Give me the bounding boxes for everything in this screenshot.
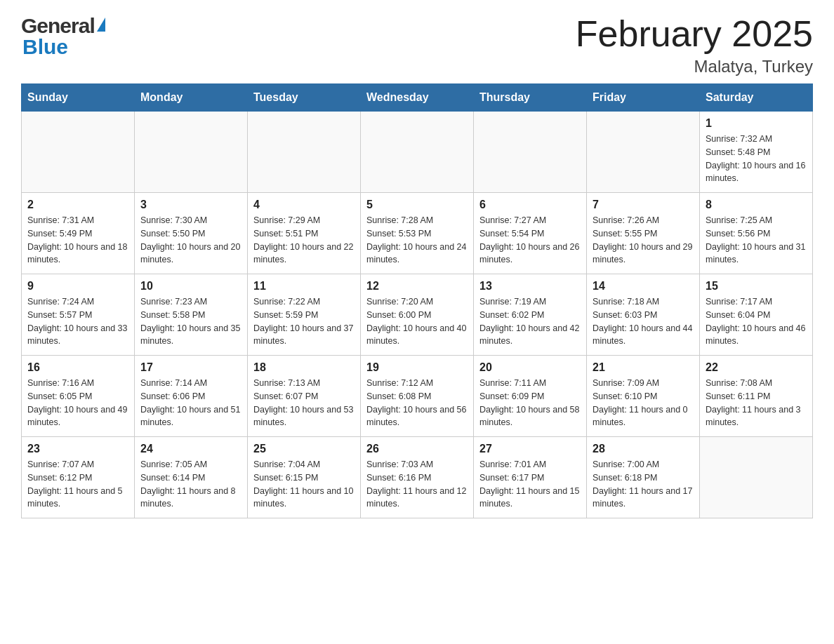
calendar-cell: 25Sunrise: 7:04 AMSunset: 6:15 PMDayligh… [248,437,361,518]
day-info: Sunrise: 7:29 AMSunset: 5:51 PMDaylight:… [253,214,355,267]
page-subtitle: Malatya, Turkey [576,57,813,76]
day-number: 16 [27,361,128,374]
calendar-cell: 2Sunrise: 7:31 AMSunset: 5:49 PMDaylight… [22,193,135,274]
calendar-cell: 24Sunrise: 7:05 AMSunset: 6:14 PMDayligh… [135,437,248,518]
day-info: Sunrise: 7:26 AMSunset: 5:55 PMDaylight:… [593,214,694,267]
day-number: 14 [593,280,694,293]
calendar-week-row: 23Sunrise: 7:07 AMSunset: 6:12 PMDayligh… [22,437,813,518]
day-info: Sunrise: 7:32 AMSunset: 5:48 PMDaylight:… [706,133,807,185]
day-number: 10 [140,280,241,293]
day-number: 3 [140,199,241,211]
day-number: 21 [593,361,694,374]
calendar-cell [700,437,813,518]
day-number: 11 [253,280,355,293]
day-number: 19 [366,361,468,374]
calendar-cell: 26Sunrise: 7:03 AMSunset: 6:16 PMDayligh… [361,437,474,518]
weekday-header-wednesday: Wednesday [361,84,474,112]
day-info: Sunrise: 7:05 AMSunset: 6:14 PMDaylight:… [140,458,241,511]
page-title: February 2025 [576,14,813,54]
day-number: 27 [479,443,581,455]
calendar-cell [587,112,700,193]
weekday-header-friday: Friday [587,84,700,112]
day-info: Sunrise: 7:14 AMSunset: 6:06 PMDaylight:… [140,377,241,429]
day-info: Sunrise: 7:17 AMSunset: 6:04 PMDaylight:… [706,295,807,348]
day-number: 26 [366,443,468,455]
calendar-week-row: 2Sunrise: 7:31 AMSunset: 5:49 PMDaylight… [22,193,813,274]
weekday-header-sunday: Sunday [22,84,135,112]
day-info: Sunrise: 7:30 AMSunset: 5:50 PMDaylight:… [140,214,241,267]
calendar-week-row: 1Sunrise: 7:32 AMSunset: 5:48 PMDaylight… [22,112,813,193]
calendar-cell: 22Sunrise: 7:08 AMSunset: 6:11 PMDayligh… [700,356,813,437]
calendar-cell: 20Sunrise: 7:11 AMSunset: 6:09 PMDayligh… [474,356,587,437]
calendar-cell: 10Sunrise: 7:23 AMSunset: 5:58 PMDayligh… [135,274,248,356]
day-number: 17 [140,361,241,374]
calendar-cell: 4Sunrise: 7:29 AMSunset: 5:51 PMDaylight… [248,193,361,274]
calendar-week-row: 16Sunrise: 7:16 AMSunset: 6:05 PMDayligh… [22,356,813,437]
day-number: 9 [27,280,128,293]
calendar-cell: 15Sunrise: 7:17 AMSunset: 6:04 PMDayligh… [700,274,813,356]
calendar-cell [361,112,474,193]
day-number: 8 [706,199,807,211]
calendar-cell [248,112,361,193]
day-number: 25 [253,443,355,455]
day-info: Sunrise: 7:22 AMSunset: 5:59 PMDaylight:… [253,295,355,348]
day-info: Sunrise: 7:18 AMSunset: 6:03 PMDaylight:… [593,295,694,348]
calendar-cell: 9Sunrise: 7:24 AMSunset: 5:57 PMDaylight… [22,274,135,356]
title-block: February 2025 Malatya, Turkey [576,14,813,76]
day-info: Sunrise: 7:31 AMSunset: 5:49 PMDaylight:… [27,214,128,267]
calendar-week-row: 9Sunrise: 7:24 AMSunset: 5:57 PMDaylight… [22,274,813,356]
day-info: Sunrise: 7:08 AMSunset: 6:11 PMDaylight:… [706,377,807,429]
day-number: 1 [706,117,807,130]
day-number: 20 [479,361,581,374]
calendar-cell: 5Sunrise: 7:28 AMSunset: 5:53 PMDaylight… [361,193,474,274]
weekday-header-saturday: Saturday [700,84,813,112]
weekday-header-tuesday: Tuesday [248,84,361,112]
calendar-cell [135,112,248,193]
day-info: Sunrise: 7:04 AMSunset: 6:15 PMDaylight:… [253,458,355,511]
day-info: Sunrise: 7:00 AMSunset: 6:18 PMDaylight:… [593,458,694,511]
calendar-cell: 11Sunrise: 7:22 AMSunset: 5:59 PMDayligh… [248,274,361,356]
calendar-table: SundayMondayTuesdayWednesdayThursdayFrid… [21,83,813,518]
logo-blue-text: Blue [21,35,68,59]
day-number: 6 [479,199,581,211]
day-info: Sunrise: 7:09 AMSunset: 6:10 PMDaylight:… [593,377,694,429]
day-info: Sunrise: 7:11 AMSunset: 6:09 PMDaylight:… [479,377,581,429]
day-info: Sunrise: 7:19 AMSunset: 6:02 PMDaylight:… [479,295,581,348]
day-number: 12 [366,280,468,293]
day-number: 4 [253,199,355,211]
calendar-cell: 6Sunrise: 7:27 AMSunset: 5:54 PMDaylight… [474,193,587,274]
page-header: General Blue February 2025 Malatya, Turk… [21,14,813,76]
day-info: Sunrise: 7:20 AMSunset: 6:00 PMDaylight:… [366,295,468,348]
calendar-cell: 19Sunrise: 7:12 AMSunset: 6:08 PMDayligh… [361,356,474,437]
logo-triangle-icon [97,18,105,32]
calendar-cell: 21Sunrise: 7:09 AMSunset: 6:10 PMDayligh… [587,356,700,437]
day-number: 22 [706,361,807,374]
day-number: 7 [593,199,694,211]
day-number: 13 [479,280,581,293]
calendar-cell: 16Sunrise: 7:16 AMSunset: 6:05 PMDayligh… [22,356,135,437]
calendar-cell: 28Sunrise: 7:00 AMSunset: 6:18 PMDayligh… [587,437,700,518]
calendar-cell [474,112,587,193]
calendar-cell: 8Sunrise: 7:25 AMSunset: 5:56 PMDaylight… [700,193,813,274]
weekday-header-monday: Monday [135,84,248,112]
day-number: 18 [253,361,355,374]
weekday-header-thursday: Thursday [474,84,587,112]
calendar-cell: 12Sunrise: 7:20 AMSunset: 6:00 PMDayligh… [361,274,474,356]
day-info: Sunrise: 7:24 AMSunset: 5:57 PMDaylight:… [27,295,128,348]
calendar-cell: 18Sunrise: 7:13 AMSunset: 6:07 PMDayligh… [248,356,361,437]
calendar-cell: 7Sunrise: 7:26 AMSunset: 5:55 PMDaylight… [587,193,700,274]
calendar-cell: 14Sunrise: 7:18 AMSunset: 6:03 PMDayligh… [587,274,700,356]
day-info: Sunrise: 7:28 AMSunset: 5:53 PMDaylight:… [366,214,468,267]
day-number: 2 [27,199,128,211]
calendar-cell: 17Sunrise: 7:14 AMSunset: 6:06 PMDayligh… [135,356,248,437]
day-info: Sunrise: 7:01 AMSunset: 6:17 PMDaylight:… [479,458,581,511]
day-number: 5 [366,199,468,211]
calendar-cell: 13Sunrise: 7:19 AMSunset: 6:02 PMDayligh… [474,274,587,356]
calendar-cell: 23Sunrise: 7:07 AMSunset: 6:12 PMDayligh… [22,437,135,518]
day-info: Sunrise: 7:23 AMSunset: 5:58 PMDaylight:… [140,295,241,348]
day-info: Sunrise: 7:16 AMSunset: 6:05 PMDaylight:… [27,377,128,429]
day-number: 23 [27,443,128,455]
day-number: 24 [140,443,241,455]
day-info: Sunrise: 7:27 AMSunset: 5:54 PMDaylight:… [479,214,581,267]
day-info: Sunrise: 7:07 AMSunset: 6:12 PMDaylight:… [27,458,128,511]
